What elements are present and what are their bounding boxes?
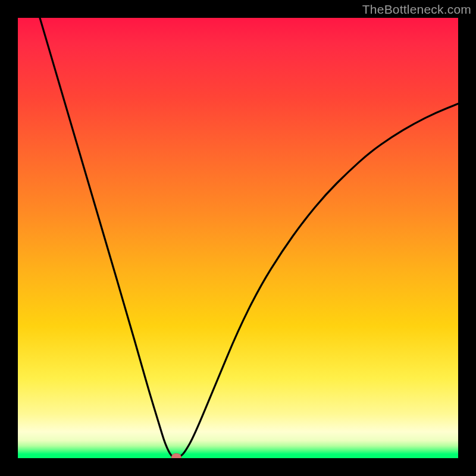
plot-area <box>18 18 458 458</box>
optimal-point-marker <box>171 453 181 458</box>
curve-svg <box>18 18 458 458</box>
chart-frame: TheBottleneck.com <box>0 0 476 476</box>
watermark-text: TheBottleneck.com <box>362 2 471 17</box>
bottleneck-curve <box>40 18 458 458</box>
